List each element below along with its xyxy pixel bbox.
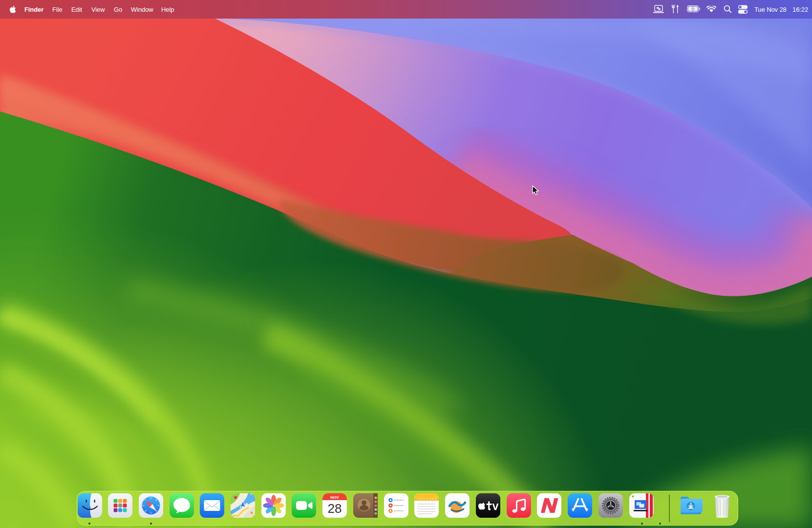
svg-text:NOV: NOV: [330, 495, 339, 500]
svg-text:28: 28: [328, 501, 342, 516]
